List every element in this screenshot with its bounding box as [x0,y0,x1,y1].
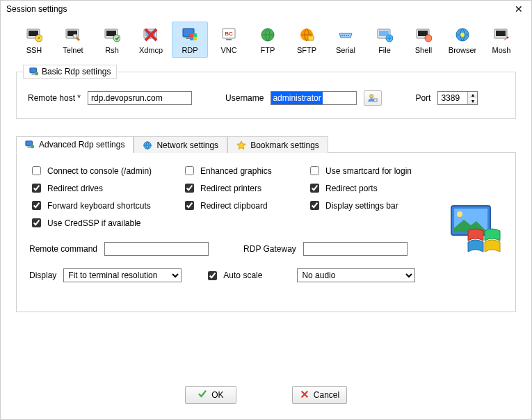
x-icon [300,390,309,400]
checkbox-0[interactable]: Connect to console (/admin) [29,164,175,177]
checkbox-label-6: Forward keyboard shortcuts [47,201,151,211]
session-type-label: FTP [261,46,275,54]
tab-bookmark[interactable]: Bookmark settings [227,136,328,153]
checkbox-input-3[interactable] [32,184,41,193]
port-input[interactable] [438,92,467,104]
cancel-label: Cancel [314,390,339,400]
checkbox-3[interactable]: Redirect drives [29,181,175,195]
checkbox-input-7[interactable] [185,201,194,210]
svg-rect-46 [28,147,31,148]
session-type-label: RDP [182,46,198,54]
session-type-sftp[interactable]: SFTP [289,22,325,58]
svg-rect-17 [193,37,197,40]
session-type-ftp[interactable]: FTP [250,22,286,58]
session-type-rsh[interactable]: Rsh [94,22,130,58]
cancel-button[interactable]: Cancel [292,386,347,404]
session-type-toolbar: SSHTelnetRshXdmcpRDPBCVNCFTPSFTPSerialFi… [1,17,531,62]
checkbox-7[interactable]: Redirect clipboard [182,199,300,212]
checkbox-6[interactable]: Forward keyboard shortcuts [29,199,175,212]
auto-scale-checkbox[interactable]: Auto scale [205,269,262,282]
port-spin-up[interactable]: ▲ [468,92,477,98]
svg-rect-20 [226,39,232,40]
session-type-label: VNC [220,46,236,54]
session-type-label: File [378,46,391,54]
checkbox-9[interactable]: Use CredSSP if available [29,216,175,229]
port-spinner[interactable]: ▲ ▼ [437,91,478,105]
check-icon [198,390,207,400]
port-label: Port [415,93,430,103]
checkbox-input-5[interactable] [310,184,319,193]
svg-point-43 [370,95,373,98]
checkbox-input-6[interactable] [32,201,41,210]
session-type-label: Shell [415,46,432,54]
svg-rect-39 [496,31,506,36]
svg-rect-44 [374,99,377,102]
username-input[interactable]: administrator [271,91,357,105]
checkbox-input-8[interactable] [310,201,319,210]
checkbox-input-4[interactable] [185,184,194,193]
session-type-shell[interactable]: Shell [405,22,442,58]
session-type-file[interactable]: File [366,22,403,58]
checkbox-8[interactable]: Display settings bar [307,199,446,212]
settings-tabs: Advanced Rdp settings Network settings B… [16,136,516,312]
checkbox-label-1: Enhanced graphics [200,166,272,176]
svg-point-28 [346,35,347,36]
checkbox-4[interactable]: Redirect printers [182,181,300,195]
shell-icon [415,26,432,43]
svg-point-42 [35,72,38,75]
session-type-serial[interactable]: Serial [328,22,364,58]
basic-settings-legend: Basic Rdp settings [23,65,117,79]
checkbox-input-0[interactable] [32,166,41,175]
titlebar: Session settings ✕ [1,1,531,17]
telnet-icon [65,26,81,43]
rdp-icon [25,140,35,150]
svg-point-29 [348,35,349,36]
session-type-telnet[interactable]: Telnet [55,22,91,58]
svg-point-51 [457,211,462,217]
globe-icon [143,140,152,150]
checkbox-5[interactable]: Redirect ports [307,181,446,195]
checkbox-2[interactable]: Use smartcard for login [307,164,446,177]
tab-network[interactable]: Network settings [134,136,227,153]
svg-text:BC: BC [225,31,233,37]
session-type-label: Xdmcp [139,46,163,54]
session-type-label: Telnet [63,46,83,54]
username-value: administrator [271,92,322,104]
remote-command-input[interactable] [104,242,209,256]
checkbox-input-9[interactable] [32,218,41,227]
display-select[interactable]: Fit to terminal resolution [63,268,182,282]
star-icon [236,140,246,150]
session-type-ssh[interactable]: SSH [16,22,52,58]
tab-advanced[interactable]: Advanced Rdp settings [16,136,134,153]
remote-host-label: Remote host * [28,93,81,103]
session-type-browser[interactable]: Browser [444,22,481,58]
auto-scale-label: Auto scale [223,270,262,280]
checkbox-label-9: Use CredSSP if available [47,218,141,228]
file-icon [376,26,393,43]
svg-rect-3 [38,37,40,39]
auto-scale-input[interactable] [208,271,217,280]
checkbox-input-1[interactable] [185,166,194,175]
audio-select[interactable]: No audio [297,268,415,282]
basic-settings-legend-text: Basic Rdp settings [42,67,111,76]
session-type-xdmcp[interactable]: Xdmcp [133,22,169,58]
port-spin-down[interactable]: ▼ [468,98,477,104]
username-picker-button[interactable] [364,90,382,106]
session-type-mosh[interactable]: Mosh [483,22,519,58]
session-type-rdp[interactable]: RDP [172,22,208,58]
session-type-label: SFTP [297,46,316,54]
xdmcp-icon [143,26,159,43]
checkbox-input-2[interactable] [310,166,319,175]
svg-point-6 [73,34,77,38]
svg-rect-15 [193,33,197,37]
close-button[interactable]: ✕ [512,2,526,16]
session-type-vnc[interactable]: BCVNC [211,22,247,58]
session-type-label: Mosh [492,46,511,54]
rdp-gateway-input[interactable] [303,242,408,256]
checkbox-label-2: Use smartcard for login [325,166,412,176]
rdp-icon [29,67,39,76]
remote-host-input[interactable] [88,91,192,105]
checkbox-label-7: Redirect clipboard [200,201,268,211]
ok-button[interactable]: OK [185,386,236,404]
checkbox-1[interactable]: Enhanced graphics [182,164,300,177]
